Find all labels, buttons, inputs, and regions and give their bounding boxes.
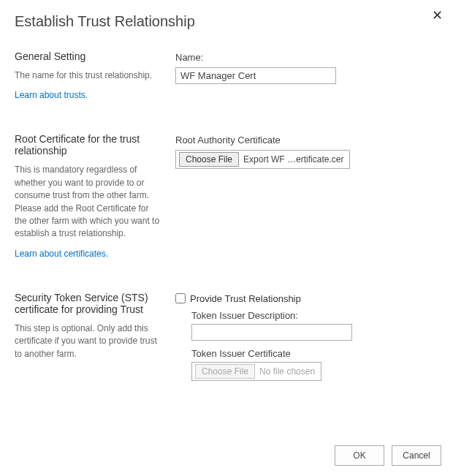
root-cert-file-box: Choose File Export WF …ertificate.cer [175,150,350,169]
section-general: General Setting The name for this trust … [15,50,438,100]
close-icon[interactable]: ✕ [432,9,443,22]
dialog-title: Establish Trust Relationship [15,13,195,29]
root-cert-label: Root Authority Certificate [175,135,438,146]
token-issuer-cert-label: Token Issuer Certificate [191,348,438,359]
cancel-button[interactable]: Cancel [392,445,441,466]
sts-cert-file-box: Choose File No file chosen [191,362,321,381]
learn-certificates-link[interactable]: Learn about certificates. [15,249,108,259]
root-cert-file-name: Export WF …ertificate.cer [243,154,343,165]
root-choose-file-button[interactable]: Choose File [179,152,239,167]
sts-desc: This step is optional. Only add this cer… [15,322,162,360]
name-input[interactable] [175,67,336,84]
provide-trust-checkbox[interactable] [175,293,186,303]
section-root-cert: Root Certificate for the trust relations… [15,133,438,258]
token-issuer-desc-label: Token Issuer Description: [191,310,438,321]
general-desc: The name for this trust relationship. [15,69,162,82]
sts-heading: Security Token Service (STS) certificate… [15,292,162,315]
sts-cert-file-name: No file chosen [259,366,315,377]
token-issuer-desc-input[interactable] [191,324,352,341]
ok-button[interactable]: OK [335,445,384,466]
root-desc: This is mandatory regardless of whether … [15,164,162,240]
dialog-footer: OK Cancel [335,445,441,466]
section-sts: Security Token Service (STS) certificate… [15,292,438,381]
name-label: Name: [175,52,438,63]
provide-trust-label: Provide Trust Relationship [190,293,301,304]
root-heading: Root Certificate for the trust relations… [15,133,162,156]
sts-choose-file-button[interactable]: Choose File [195,364,255,379]
general-heading: General Setting [15,50,162,62]
learn-trusts-link[interactable]: Learn about trusts. [15,90,88,100]
